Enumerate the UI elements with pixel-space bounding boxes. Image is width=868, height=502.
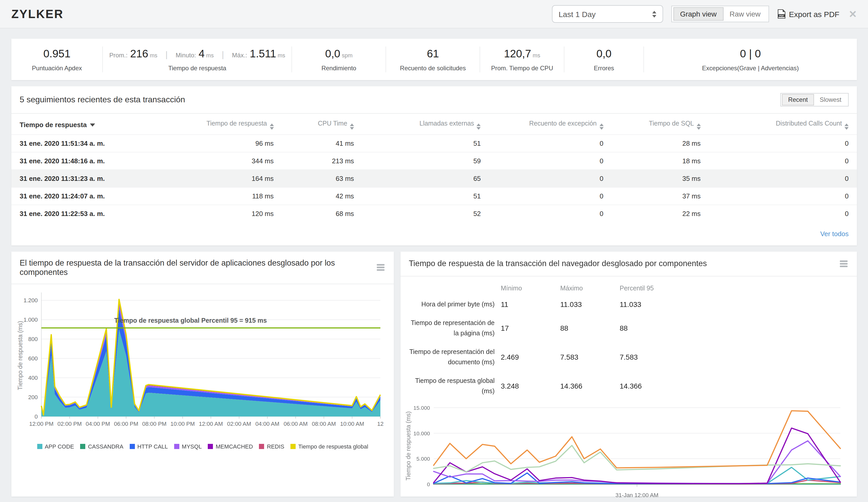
column-header[interactable]: Tiempo de SQL (612, 114, 709, 135)
table-cell: 31 ene. 2020 11:51:34 a. m. (11, 135, 172, 152)
column-header[interactable]: Tiempo de respuesta (172, 114, 282, 135)
table-cell: 22 ms (612, 205, 709, 222)
svg-text:04:00 AM: 04:00 AM (255, 420, 279, 427)
traces-title: 5 seguimientos recientes de esta transac… (20, 95, 185, 104)
time-range-select[interactable]: Last 1 Day (552, 5, 663, 23)
svg-text:10.000: 10.000 (413, 430, 430, 436)
svg-text:PDF: PDF (779, 14, 784, 17)
svg-text:10:00 AM: 10:00 AM (340, 420, 364, 427)
server-panel-title: El tiempo de respuesta de la transacción… (20, 258, 376, 277)
table-cell: 0 (709, 205, 857, 222)
metrics-value: 2.469 (501, 353, 560, 361)
export-pdf-button[interactable]: PDF Export as PDF (777, 9, 839, 19)
svg-text:0: 0 (35, 413, 38, 420)
requests-value: 61 (427, 47, 439, 60)
min-value: 4 (198, 47, 204, 59)
svg-text:08:00 PM: 08:00 PM (142, 420, 166, 427)
legend-label: MYSQL (182, 443, 202, 449)
throughput-value: 0,0 (325, 47, 340, 59)
max-unit: ms (278, 52, 285, 58)
svg-text:5.000: 5.000 (416, 456, 430, 462)
column-header[interactable]: CPU Time (282, 114, 362, 135)
exceptions-value: 0 | 0 (740, 47, 761, 60)
column-header-primary[interactable]: Tiempo de respuesta (11, 114, 172, 135)
svg-text:15.000: 15.000 (413, 405, 430, 411)
table-cell: 31 ene. 2020 11:48:16 a. m. (11, 152, 172, 170)
table-row[interactable]: 31 ene. 2020 11:48:16 a. m.344 ms213 ms5… (11, 152, 857, 170)
legend-item[interactable]: CASSANDRA (80, 443, 123, 449)
table-row[interactable]: 31 ene. 2020 11:24:07 a. m.118 ms42 ms51… (11, 187, 857, 205)
svg-text:800: 800 (28, 336, 38, 342)
separator: | (165, 49, 168, 59)
view-all-row: Ver todos (11, 222, 857, 245)
raw-view-button[interactable]: Raw view (723, 8, 767, 20)
table-cell: 63 ms (282, 170, 362, 187)
column-header[interactable]: Distributed Calls Count (709, 114, 857, 135)
avg-unit: ms (150, 52, 157, 58)
metrics-value: 88 (620, 324, 687, 332)
errors-value: 0,0 (597, 47, 611, 60)
legend-swatch (208, 443, 213, 449)
table-cell: 31 ene. 2020 11:31:23 a. m. (11, 170, 172, 187)
table-cell: 164 ms (172, 170, 282, 187)
metrics-value: 88 (560, 324, 620, 332)
legend-item[interactable]: Tiempo de respuesta global (290, 443, 368, 449)
export-pdf-label: Export as PDF (789, 10, 839, 18)
svg-text:12:00 PM: 12:00 PM (29, 420, 53, 427)
table-cell: 0 (709, 152, 857, 170)
header-controls: Last 1 Day Graph view Raw view PDF Expor… (552, 5, 857, 23)
recent-button[interactable]: Recent (782, 94, 814, 105)
column-header[interactable]: Recuento de excepción (489, 114, 612, 135)
traces-card: 5 seguimientos recientes de esta transac… (11, 86, 857, 245)
summary-throughput: 0,0spm Rendimiento (292, 47, 385, 72)
table-cell: 65 (362, 170, 489, 187)
close-icon[interactable]: ✕ (849, 8, 857, 20)
cpu-label: Prom. Tiempo de CPU (491, 64, 553, 72)
legend-item[interactable]: REDIS (259, 443, 284, 449)
table-cell: 96 ms (172, 135, 282, 152)
metrics-value: 11.033 (560, 300, 620, 308)
table-cell: 41 ms (282, 135, 362, 152)
metrics-value: 14.366 (620, 382, 687, 390)
table-row[interactable]: 31 ene. 2020 11:22:53 a. m.120 ms68 ms52… (11, 205, 857, 222)
svg-text:02:00 PM: 02:00 PM (58, 420, 82, 427)
svg-text:0: 0 (427, 481, 430, 487)
summary-requests: 61 Recuento de solicitudes (386, 47, 479, 72)
metrics-value: 3.248 (501, 382, 560, 390)
summary-response-time: Prom.:216ms | Minuto:4ms | Máx.:1.511ms … (103, 47, 292, 72)
legend-item[interactable]: APP CODE (37, 443, 74, 449)
table-cell: 0 (489, 205, 612, 222)
traces-header: 5 seguimientos recientes de esta transac… (11, 86, 857, 114)
pdf-icon: PDF (777, 9, 785, 19)
legend-item[interactable]: MEMCACHED (208, 443, 253, 449)
apdex-label: Puntuación Apdex (32, 64, 82, 72)
metrics-corner (408, 285, 501, 291)
throughput-label: Rendimiento (321, 64, 356, 72)
table-cell: 0 (709, 135, 857, 152)
table-cell: 52 (362, 205, 489, 222)
svg-text:04:00 PM: 04:00 PM (86, 420, 110, 427)
hamburger-menu-icon[interactable] (839, 258, 849, 269)
sort-icon (477, 124, 481, 130)
hamburger-menu-icon[interactable] (376, 262, 385, 273)
legend-item[interactable]: MYSQL (174, 443, 202, 449)
top-bar: ZYLKER Last 1 Day Graph view Raw view PD… (0, 0, 868, 29)
svg-text:06:00 AM: 06:00 AM (284, 420, 308, 427)
column-header[interactable]: Llamadas externas (362, 114, 489, 135)
table-cell: 0 (709, 170, 857, 187)
view-all-link[interactable]: Ver todos (820, 230, 849, 238)
browser-panel-header: Tiempo de respuesta de la transacción de… (401, 251, 857, 276)
svg-text:08:00 AM: 08:00 AM (312, 420, 336, 427)
min-unit: ms (206, 52, 214, 58)
table-cell: 42 ms (282, 187, 362, 205)
table-cell: 37 ms (612, 187, 709, 205)
separator: | (222, 49, 224, 59)
brand-logo: ZYLKER (11, 7, 64, 21)
graph-view-button[interactable]: Graph view (673, 7, 724, 21)
legend-item[interactable]: HTTP CALL (130, 443, 168, 449)
slowest-button[interactable]: Slowest (814, 95, 847, 105)
table-row[interactable]: 31 ene. 2020 11:31:23 a. m.164 ms63 ms65… (11, 170, 857, 187)
table-row[interactable]: 31 ene. 2020 11:51:34 a. m.96 ms41 ms510… (11, 135, 857, 152)
metrics-row-label: Tiempo de representación de la página (m… (408, 314, 501, 343)
requests-label: Recuento de solicitudes (400, 64, 466, 72)
